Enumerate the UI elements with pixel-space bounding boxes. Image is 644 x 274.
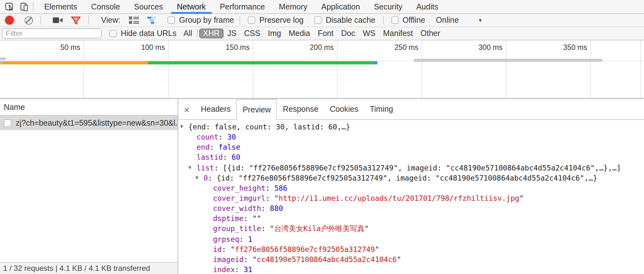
type-filter-ws[interactable]: WS — [359, 28, 379, 39]
type-filter-js[interactable]: JS — [223, 28, 240, 39]
network-main: Name zj?ch=beauty&t1=595&listtype=new&sn… — [0, 99, 644, 274]
tab-audits[interactable]: Audits — [409, 0, 445, 14]
type-filter-doc[interactable]: Doc — [337, 28, 359, 39]
clear-icon[interactable] — [25, 16, 33, 24]
view-label: View: — [101, 16, 120, 25]
preview-tree-row[interactable]: ▼{end: false, count: 30, lastid: 60,…} — [178, 122, 644, 132]
details-tab-preview[interactable]: Preview — [236, 99, 277, 120]
tab-performance[interactable]: Performance — [213, 0, 272, 14]
preserve-log-checkbox[interactable] — [248, 16, 255, 24]
preview-tree-row: index: 31 — [178, 265, 644, 274]
tab-application[interactable]: Application — [314, 0, 367, 14]
resource-file-icon — [4, 119, 11, 127]
device-toolbar-icon[interactable] — [19, 2, 29, 12]
preview-tree-row: cover_width: 880 — [178, 203, 644, 213]
json-quote: " — [519, 194, 524, 203]
preview-tree-row: grpseq: 1 — [178, 234, 644, 244]
json-plain: : — [261, 224, 270, 233]
preview-tree-row: dsptime: "" — [178, 214, 644, 224]
json-plain: : [{id: "ff276e8056f58896e7cf92505a31274… — [214, 163, 621, 172]
record-icon[interactable] — [5, 16, 14, 25]
json-num: 1 — [248, 235, 252, 243]
json-quote: " — [364, 224, 369, 233]
json-str: 台湾美女Kila户外唯美写真 — [274, 224, 364, 233]
tab-security[interactable]: Security — [367, 0, 409, 14]
inspect-element-icon[interactable] — [4, 2, 15, 12]
json-plain: : {id: "ff276e8056f58896e7cf92505a312749… — [208, 173, 597, 182]
expander-arrow-icon[interactable]: ▼ — [195, 173, 198, 183]
json-num: 880 — [270, 204, 283, 213]
preview-tree-row: cover_imgurl: "http://i1.umei.cc/uploads… — [178, 193, 644, 203]
json-key: count — [197, 133, 218, 141]
type-filter-media[interactable]: Media — [285, 28, 314, 39]
group-by-frame-checkbox[interactable] — [168, 16, 175, 24]
group-by-frame-label[interactable]: Group by frame — [179, 16, 234, 25]
expander-arrow-icon[interactable]: ▼ — [180, 122, 183, 132]
json-str: cc48190e57100864abc4d55a2c4104c6 — [257, 255, 397, 264]
json-key: id — [213, 245, 222, 253]
type-filter-other[interactable]: Other — [417, 28, 444, 39]
hide-data-urls-checkbox[interactable] — [109, 30, 117, 37]
filter-input[interactable] — [2, 28, 102, 39]
type-filter-img[interactable]: Img — [264, 28, 285, 39]
json-plain: : — [244, 255, 252, 264]
throttling-select[interactable]: Online — [436, 16, 459, 25]
overview-bar-orange — [3, 61, 148, 64]
ruler-tick: 250 ms — [373, 44, 418, 51]
request-name: zj?ch=beauty&t1=595&listtype=new&sn=30&l… — [16, 118, 178, 127]
type-filter-all[interactable]: All — [180, 28, 196, 39]
tab-sources[interactable]: Sources — [127, 0, 170, 14]
disable-cache-label[interactable]: Disable cache — [326, 16, 375, 25]
request-details-panel: × Headers Preview Response Cookies Timin… — [178, 99, 644, 274]
json-quote: "" — [252, 214, 261, 223]
ruler-tick: 200 ms — [288, 44, 334, 51]
network-overview[interactable]: 50 ms 100 ms 150 ms 200 ms 250 ms 300 ms… — [0, 40, 644, 99]
ruler-tick: 150 ms — [204, 44, 250, 51]
filter-divider — [197, 29, 198, 38]
tab-console[interactable]: Console — [84, 0, 127, 14]
type-filter-xhr[interactable]: XHR — [199, 28, 223, 39]
expander-arrow-icon[interactable]: ▼ — [188, 163, 191, 173]
json-num: 60 — [232, 153, 240, 162]
preview-tree-row[interactable]: ▼0: {id: "ff276e8056f58896e7cf92505a3127… — [178, 173, 644, 183]
throttling-dropdown-arrow-icon[interactable]: ▼ — [478, 17, 483, 23]
tab-network[interactable]: Network — [170, 0, 213, 14]
preview-tree-row: cover_height: 586 — [178, 183, 644, 193]
network-status-bar: 1 / 32 requests | 4.1 KB / 4.1 KB transf… — [0, 262, 178, 274]
type-filter-font[interactable]: Font — [314, 28, 337, 39]
tab-elements[interactable]: Elements — [37, 0, 84, 14]
details-tab-headers[interactable]: Headers — [195, 99, 237, 120]
json-str: ff276e8056f58896e7cf92505a312749 — [235, 245, 375, 253]
screenshot-camera-icon[interactable] — [52, 16, 63, 24]
offline-checkbox[interactable] — [391, 16, 399, 24]
type-filter-manifest[interactable]: Manifest — [379, 28, 417, 39]
details-tab-timing[interactable]: Timing — [364, 99, 399, 120]
request-row-selected[interactable]: zj?ch=beauty&t1=595&listtype=new&sn=30&l… — [0, 116, 178, 130]
name-column-header[interactable]: Name — [0, 99, 178, 116]
json-quote: " — [274, 194, 279, 203]
json-key: imageid — [213, 255, 244, 264]
devtools-window: Elements Console Sources Network Perform… — [0, 0, 644, 274]
disable-cache-checkbox[interactable] — [314, 16, 322, 24]
hide-data-urls-label[interactable]: Hide data URLs — [121, 29, 177, 38]
json-plain: {end: false, count: 30, lastid: 60,…} — [188, 122, 350, 131]
offline-label[interactable]: Offline — [403, 16, 425, 25]
preview-tree-row: lastid: 60 — [178, 152, 644, 163]
details-tab-response[interactable]: Response — [277, 99, 324, 120]
large-rows-icon[interactable] — [129, 16, 139, 24]
type-filter-css[interactable]: CSS — [240, 28, 264, 39]
preserve-log-label[interactable]: Preserve log — [259, 16, 303, 25]
preview-tree-row[interactable]: ▼list: [{id: "ff276e8056f58896e7cf92505a… — [178, 163, 644, 173]
json-num: 586 — [274, 184, 288, 193]
request-list-panel: Name zj?ch=beauty&t1=595&listtype=new&sn… — [0, 99, 178, 274]
overview-gridline — [253, 40, 253, 98]
waterfall-overview-icon[interactable] — [148, 16, 158, 24]
tab-memory[interactable]: Memory — [272, 0, 314, 14]
close-details-icon[interactable]: × — [178, 104, 195, 115]
json-key: lastid — [197, 153, 223, 162]
details-tab-cookies[interactable]: Cookies — [324, 99, 364, 120]
devtools-tabbar: Elements Console Sources Network Perform… — [0, 0, 644, 14]
filter-funnel-icon[interactable] — [71, 16, 81, 24]
json-key: dsptime — [213, 214, 244, 223]
overview-gridline — [83, 40, 84, 98]
